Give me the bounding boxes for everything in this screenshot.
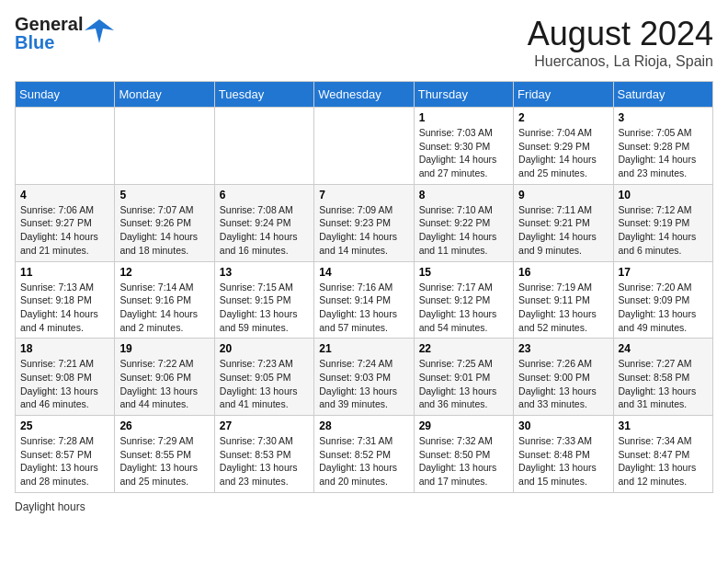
calendar-cell: 11Sunrise: 7:13 AM Sunset: 9:18 PM Dayli… bbox=[16, 261, 115, 339]
day-number: 6 bbox=[220, 189, 309, 201]
day-number: 11 bbox=[20, 266, 109, 279]
day-info: Sunrise: 7:17 AM Sunset: 9:12 PM Dayligh… bbox=[419, 281, 508, 335]
day-number: 18 bbox=[20, 342, 109, 355]
calendar-cell: 29Sunrise: 7:32 AM Sunset: 8:50 PM Dayli… bbox=[414, 416, 513, 493]
day-info: Sunrise: 7:26 AM Sunset: 9:00 PM Dayligh… bbox=[518, 357, 608, 411]
calendar-cell bbox=[115, 108, 214, 185]
calendar-cell: 22Sunrise: 7:25 AM Sunset: 9:01 PM Dayli… bbox=[414, 339, 513, 416]
calendar-week-row: 1Sunrise: 7:03 AM Sunset: 9:30 PM Daylig… bbox=[16, 108, 713, 185]
calendar-cell bbox=[214, 108, 313, 185]
day-number: 24 bbox=[619, 342, 708, 355]
day-info: Sunrise: 7:08 AM Sunset: 9:24 PM Dayligh… bbox=[220, 203, 309, 258]
day-number: 8 bbox=[419, 189, 508, 201]
calendar-cell: 27Sunrise: 7:30 AM Sunset: 8:53 PM Dayli… bbox=[214, 416, 313, 493]
footer: Daylight hours bbox=[15, 500, 713, 513]
calendar-day-header: Saturday bbox=[613, 82, 712, 108]
day-info: Sunrise: 7:03 AM Sunset: 9:30 PM Dayligh… bbox=[419, 126, 508, 180]
calendar-cell: 30Sunrise: 7:33 AM Sunset: 8:48 PM Dayli… bbox=[514, 416, 613, 493]
calendar-cell: 26Sunrise: 7:29 AM Sunset: 8:55 PM Dayli… bbox=[115, 416, 214, 493]
day-info: Sunrise: 7:10 AM Sunset: 9:22 PM Dayligh… bbox=[419, 203, 508, 258]
day-info: Sunrise: 7:23 AM Sunset: 9:05 PM Dayligh… bbox=[220, 357, 309, 411]
day-number: 9 bbox=[518, 189, 608, 201]
day-info: Sunrise: 7:14 AM Sunset: 9:16 PM Dayligh… bbox=[119, 281, 209, 335]
day-info: Sunrise: 7:05 AM Sunset: 9:28 PM Dayligh… bbox=[619, 126, 708, 180]
day-number: 12 bbox=[119, 266, 209, 279]
day-info: Sunrise: 7:27 AM Sunset: 8:58 PM Dayligh… bbox=[619, 357, 708, 411]
day-info: Sunrise: 7:33 AM Sunset: 8:48 PM Dayligh… bbox=[518, 434, 608, 488]
calendar-cell: 10Sunrise: 7:12 AM Sunset: 9:19 PM Dayli… bbox=[613, 184, 712, 261]
day-info: Sunrise: 7:12 AM Sunset: 9:19 PM Dayligh… bbox=[619, 203, 708, 258]
logo: General Blue bbox=[15, 15, 114, 52]
day-number: 13 bbox=[220, 266, 309, 279]
calendar-cell: 4Sunrise: 7:06 AM Sunset: 9:27 PM Daylig… bbox=[16, 184, 115, 261]
logo-blue-text: Blue bbox=[15, 33, 83, 52]
calendar-cell: 12Sunrise: 7:14 AM Sunset: 9:16 PM Dayli… bbox=[115, 261, 214, 339]
day-number: 14 bbox=[319, 266, 408, 279]
logo-bird-icon bbox=[85, 17, 114, 47]
calendar-cell: 28Sunrise: 7:31 AM Sunset: 8:52 PM Dayli… bbox=[314, 416, 414, 493]
calendar-cell: 7Sunrise: 7:09 AM Sunset: 9:23 PM Daylig… bbox=[314, 184, 414, 261]
day-number: 5 bbox=[119, 189, 209, 201]
calendar-day-header: Sunday bbox=[16, 82, 115, 108]
day-number: 10 bbox=[619, 189, 708, 201]
calendar-week-row: 4Sunrise: 7:06 AM Sunset: 9:27 PM Daylig… bbox=[16, 184, 713, 261]
day-info: Sunrise: 7:09 AM Sunset: 9:23 PM Dayligh… bbox=[319, 203, 408, 258]
day-info: Sunrise: 7:20 AM Sunset: 9:09 PM Dayligh… bbox=[619, 281, 708, 335]
calendar-week-row: 18Sunrise: 7:21 AM Sunset: 9:08 PM Dayli… bbox=[16, 339, 713, 416]
calendar-day-header: Monday bbox=[115, 82, 214, 108]
day-info: Sunrise: 7:24 AM Sunset: 9:03 PM Dayligh… bbox=[319, 357, 408, 411]
day-info: Sunrise: 7:06 AM Sunset: 9:27 PM Dayligh… bbox=[20, 203, 109, 258]
day-number: 2 bbox=[518, 111, 608, 124]
day-info: Sunrise: 7:21 AM Sunset: 9:08 PM Dayligh… bbox=[20, 357, 109, 411]
day-number: 17 bbox=[619, 266, 708, 279]
day-info: Sunrise: 7:11 AM Sunset: 9:21 PM Dayligh… bbox=[518, 203, 608, 258]
page-header: General Blue August 2024 Huercanos, La R… bbox=[15, 15, 713, 70]
day-info: Sunrise: 7:04 AM Sunset: 9:29 PM Dayligh… bbox=[518, 126, 608, 180]
calendar-cell: 14Sunrise: 7:16 AM Sunset: 9:14 PM Dayli… bbox=[314, 261, 414, 339]
day-number: 4 bbox=[20, 189, 109, 201]
day-number: 30 bbox=[518, 419, 608, 432]
svg-marker-0 bbox=[85, 19, 114, 43]
day-info: Sunrise: 7:31 AM Sunset: 8:52 PM Dayligh… bbox=[319, 434, 408, 488]
location-subtitle: Huercanos, La Rioja, Spain bbox=[528, 53, 713, 70]
calendar-cell: 2Sunrise: 7:04 AM Sunset: 9:29 PM Daylig… bbox=[514, 108, 613, 185]
calendar-cell: 9Sunrise: 7:11 AM Sunset: 9:21 PM Daylig… bbox=[514, 184, 613, 261]
day-number: 26 bbox=[119, 419, 209, 432]
day-info: Sunrise: 7:34 AM Sunset: 8:47 PM Dayligh… bbox=[619, 434, 708, 488]
day-info: Sunrise: 7:22 AM Sunset: 9:06 PM Dayligh… bbox=[119, 357, 209, 411]
calendar-cell: 5Sunrise: 7:07 AM Sunset: 9:26 PM Daylig… bbox=[115, 184, 214, 261]
day-number: 22 bbox=[419, 342, 508, 355]
calendar-cell: 18Sunrise: 7:21 AM Sunset: 9:08 PM Dayli… bbox=[16, 339, 115, 416]
calendar-day-header: Thursday bbox=[414, 82, 513, 108]
calendar-cell: 31Sunrise: 7:34 AM Sunset: 8:47 PM Dayli… bbox=[613, 416, 712, 493]
calendar-cell: 21Sunrise: 7:24 AM Sunset: 9:03 PM Dayli… bbox=[314, 339, 414, 416]
day-info: Sunrise: 7:15 AM Sunset: 9:15 PM Dayligh… bbox=[220, 281, 309, 335]
day-number: 29 bbox=[419, 419, 508, 432]
day-info: Sunrise: 7:32 AM Sunset: 8:50 PM Dayligh… bbox=[419, 434, 508, 488]
day-info: Sunrise: 7:28 AM Sunset: 8:57 PM Dayligh… bbox=[20, 434, 109, 488]
day-number: 28 bbox=[319, 419, 408, 432]
logo-name: General Blue bbox=[15, 15, 83, 52]
day-number: 27 bbox=[220, 419, 309, 432]
calendar-cell: 13Sunrise: 7:15 AM Sunset: 9:15 PM Dayli… bbox=[214, 261, 313, 339]
logo-general-text: General bbox=[15, 15, 83, 33]
calendar-day-header: Wednesday bbox=[314, 82, 414, 108]
calendar-cell bbox=[16, 108, 115, 185]
daylight-label: Daylight hours bbox=[15, 500, 85, 513]
calendar-cell: 8Sunrise: 7:10 AM Sunset: 9:22 PM Daylig… bbox=[414, 184, 513, 261]
calendar-table: SundayMondayTuesdayWednesdayThursdayFrid… bbox=[15, 81, 713, 493]
calendar-cell: 20Sunrise: 7:23 AM Sunset: 9:05 PM Dayli… bbox=[214, 339, 313, 416]
calendar-header-row: SundayMondayTuesdayWednesdayThursdayFrid… bbox=[16, 82, 713, 108]
calendar-week-row: 11Sunrise: 7:13 AM Sunset: 9:18 PM Dayli… bbox=[16, 261, 713, 339]
day-number: 20 bbox=[220, 342, 309, 355]
calendar-cell: 23Sunrise: 7:26 AM Sunset: 9:00 PM Dayli… bbox=[514, 339, 613, 416]
day-number: 21 bbox=[319, 342, 408, 355]
day-info: Sunrise: 7:19 AM Sunset: 9:11 PM Dayligh… bbox=[518, 281, 608, 335]
day-number: 3 bbox=[619, 111, 708, 124]
calendar-cell: 15Sunrise: 7:17 AM Sunset: 9:12 PM Dayli… bbox=[414, 261, 513, 339]
day-number: 31 bbox=[619, 419, 708, 432]
calendar-cell: 16Sunrise: 7:19 AM Sunset: 9:11 PM Dayli… bbox=[514, 261, 613, 339]
calendar-cell: 24Sunrise: 7:27 AM Sunset: 8:58 PM Dayli… bbox=[613, 339, 712, 416]
day-info: Sunrise: 7:13 AM Sunset: 9:18 PM Dayligh… bbox=[20, 281, 109, 335]
calendar-day-header: Friday bbox=[514, 82, 613, 108]
